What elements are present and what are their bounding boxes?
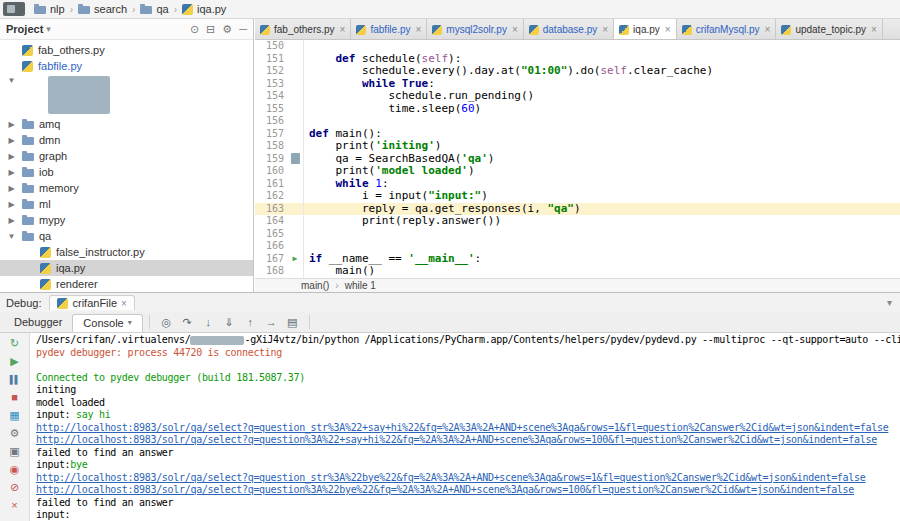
project-panel-title[interactable]: Project	[6, 23, 43, 35]
python-file-icon	[260, 25, 270, 35]
chevron-right-icon[interactable]: ▶	[6, 152, 17, 161]
breadcrumb-item-iqa-py[interactable]: iqa.py	[178, 3, 230, 15]
tab-console[interactable]: Console▾	[72, 314, 142, 332]
editor-tab-label: mysql2solr.py	[446, 24, 507, 35]
resume-icon[interactable]: ▶	[7, 354, 23, 369]
python-icon	[182, 4, 193, 15]
chevron-right-icon[interactable]: ▶	[6, 216, 17, 225]
close-tab-icon[interactable]: ×	[871, 24, 877, 35]
debug-tab-label: Console	[83, 317, 123, 329]
chevron-right-icon[interactable]: ▶	[6, 200, 17, 209]
chevron-right-icon[interactable]: ▶	[6, 136, 17, 145]
breadcrumb-item-search[interactable]: search	[74, 3, 131, 15]
close-tab-icon[interactable]: ×	[602, 24, 608, 35]
chevron-down-icon[interactable]: ▼	[6, 232, 17, 241]
tree-item-dmn[interactable]: ▶dmn	[0, 132, 253, 148]
editor-line-165[interactable]: 165	[255, 228, 900, 241]
tree-item-iob[interactable]: ▶iob	[0, 164, 253, 180]
tree-item-fabfile-py[interactable]: fabfile.py	[0, 58, 253, 74]
editor-tab-label: iqa.py	[633, 24, 660, 35]
code-editor[interactable]: 150151 def schedule(self):152 schedule.e…	[255, 40, 900, 278]
tree-item-false_instructor-py[interactable]: false_instructor.py	[0, 244, 253, 260]
tree-item-redacted[interactable]: ▼	[0, 74, 253, 116]
editor-tab-database-py[interactable]: database.py×	[524, 19, 614, 40]
run-to-cursor-icon[interactable]: →	[261, 316, 282, 328]
code-token: True	[402, 77, 429, 90]
code-token: while	[362, 77, 395, 90]
chevron-down-icon[interactable]: ▼	[6, 76, 17, 85]
tree-item-graph[interactable]: ▶graph	[0, 148, 253, 164]
editor-tab-update_topic-py[interactable]: update_topic.py×	[776, 19, 882, 40]
gutter-icon-area	[287, 65, 303, 78]
mute-breakpoints-icon[interactable]: ⊘	[7, 480, 23, 495]
evaluate-expression-icon[interactable]: ▤	[282, 316, 303, 329]
tree-item-mypy[interactable]: ▶mypy	[0, 212, 253, 228]
chevron-right-icon[interactable]: ▶	[6, 184, 17, 193]
settings-icon[interactable]: ⚙	[222, 23, 232, 36]
force-step-into-icon[interactable]: ⇓	[219, 316, 240, 329]
editor-line-164[interactable]: 164 print(reply.answer())	[255, 215, 900, 228]
tree-item-memory[interactable]: ▶memory	[0, 180, 253, 196]
run-arrow-icon[interactable]: ▶	[293, 255, 298, 263]
tree-item-ml[interactable]: ▶ml	[0, 196, 253, 212]
console-link[interactable]: http://localhost:8983/solr/qa/select?q=q…	[36, 422, 888, 433]
rerun-icon[interactable]: ↻	[7, 336, 23, 351]
console-link[interactable]: http://localhost:8983/solr/qa/select?q=q…	[36, 472, 865, 483]
line-number: 158	[255, 140, 287, 153]
tree-item-label: fabfile.py	[38, 60, 82, 72]
settings-icon[interactable]: ⚙	[7, 426, 23, 441]
editor-line-168[interactable]: 168 main()	[255, 265, 900, 278]
editor-tab-fab_others-py[interactable]: fab_others.py×	[255, 19, 351, 40]
console-output[interactable]: /Users/crifan/.virtualenvs/-gXiJ4vtz/bin…	[30, 333, 900, 521]
close-session-icon[interactable]: ×	[121, 298, 127, 309]
breadcrumb-item-nlp[interactable]: nlp	[30, 3, 69, 15]
close-tab-icon[interactable]: ×	[340, 24, 346, 35]
tree-item-label: ml	[39, 198, 51, 210]
code-token: .clear_cache)	[627, 64, 713, 77]
collapse-all-icon[interactable]: ⊟	[206, 23, 215, 36]
step-into-icon[interactable]: ↓	[198, 316, 219, 328]
pin-tab-icon[interactable]: ▣	[7, 444, 23, 459]
gutter-icon-area	[287, 90, 303, 103]
tab-debugger[interactable]: Debugger	[4, 314, 72, 330]
console-link[interactable]: http://localhost:8983/solr/qa/select?q=q…	[36, 484, 854, 495]
stop-icon[interactable]: ■	[7, 390, 23, 405]
step-out-icon[interactable]: ↑	[240, 316, 261, 328]
chevron-down-icon[interactable]: ▾	[46, 24, 51, 34]
step-over-icon[interactable]: ↷	[177, 316, 198, 329]
editor-tab-fabfile-py[interactable]: fabfile.py×	[351, 19, 427, 40]
code-token: )	[488, 152, 495, 165]
show-execution-point-icon[interactable]: ◎	[156, 316, 177, 329]
editor-tab-iqa-py[interactable]: iqa.py×	[614, 19, 677, 40]
chevron-right-icon[interactable]: ▶	[6, 168, 17, 177]
close-tab-icon[interactable]: ×	[665, 24, 671, 35]
debug-session-tab[interactable]: crifanFile ×	[49, 295, 134, 310]
close-icon[interactable]: ×	[7, 498, 23, 513]
chevron-right-icon[interactable]: ▶	[6, 120, 17, 129]
project-root-icon[interactable]	[3, 2, 25, 16]
editor-breadcrumb-item[interactable]: while 1	[345, 280, 376, 291]
view-breakpoints-icon[interactable]: ◉	[7, 462, 23, 477]
tree-item-fab_others-py[interactable]: fab_others.py	[0, 42, 253, 58]
editor-tab-crifanMysql-py[interactable]: crifanMysql.py×	[677, 19, 777, 40]
editor-line-155[interactable]: 155 time.sleep(60)	[255, 103, 900, 116]
breadcrumb-item-qa[interactable]: qa	[136, 3, 172, 15]
tree-item-renderer[interactable]: renderer	[0, 276, 253, 292]
tree-item-qa[interactable]: ▼qa	[0, 228, 253, 244]
panel-options-icon[interactable]: ▾	[887, 297, 894, 308]
chevron-down-icon[interactable]: ▾	[128, 318, 132, 327]
restore-layout-icon[interactable]: ▦	[7, 408, 23, 423]
close-tab-icon[interactable]: ×	[765, 24, 771, 35]
tree-item-iqa-py[interactable]: iqa.py	[0, 260, 253, 276]
console-link[interactable]: http://localhost:8983/solr/qa/select?q=q…	[36, 434, 877, 445]
close-tab-icon[interactable]: ×	[512, 24, 518, 35]
locate-icon[interactable]: ⊙	[190, 23, 199, 36]
hide-panel-icon[interactable]: ─	[239, 23, 247, 36]
pause-icon[interactable]: ▌▌	[7, 372, 23, 387]
code-token: :	[475, 252, 482, 265]
editor-tab-mysql2solr-py[interactable]: mysql2solr.py×	[427, 19, 523, 40]
code-token: :	[428, 77, 435, 90]
editor-breadcrumb-item[interactable]: main()	[301, 280, 329, 291]
close-tab-icon[interactable]: ×	[415, 24, 421, 35]
tree-item-amq[interactable]: ▶amq	[0, 116, 253, 132]
